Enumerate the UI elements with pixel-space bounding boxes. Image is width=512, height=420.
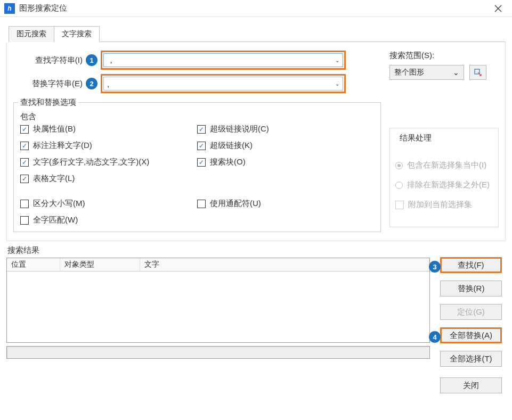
- check-icon: [197, 125, 206, 134]
- col-position[interactable]: 位置: [7, 258, 60, 271]
- replace-string-value: ,: [107, 79, 109, 88]
- checkbox-whole-word[interactable]: 全字匹配(W): [20, 215, 197, 225]
- check-icon: [20, 142, 29, 150]
- close-window-button[interactable]: [489, 1, 508, 16]
- checkbox-hyperlink[interactable]: 超级链接(K): [197, 141, 374, 151]
- checkbox-append-current-set: 附加到当前选择集: [395, 200, 493, 210]
- search-scope-value: 整个图形: [394, 68, 424, 77]
- search-scope-select[interactable]: 整个图形 ⌄: [389, 65, 464, 80]
- result-processing-group: 结果处理 包含在新选择集当中(I) 排除在新选择集之外(E) 附加到当前选择集: [389, 128, 499, 227]
- tab-bar: 图元搜索 文字搜索: [9, 26, 506, 42]
- results-table[interactable]: 位置 对象类型 文字: [6, 258, 430, 343]
- search-scope-label: 搜索范围(S):: [389, 51, 499, 61]
- annotation-badge-1: 1: [86, 54, 97, 66]
- locate-button: 定位(G): [440, 304, 502, 320]
- check-icon: [395, 201, 404, 209]
- radio-icon: [395, 182, 403, 189]
- check-icon: [20, 175, 29, 183]
- col-object-type[interactable]: 对象类型: [60, 258, 140, 271]
- checkbox-block-attr[interactable]: 块属性值(B): [20, 124, 197, 134]
- select-all-button[interactable]: 全部选择(T): [440, 351, 502, 367]
- tab-text-search[interactable]: 文字搜索: [54, 26, 100, 42]
- replace-string-highlight: , ⌄: [101, 74, 346, 93]
- find-string-combo[interactable]: ， ⌄: [103, 53, 343, 67]
- replace-all-button[interactable]: 4 全部替换(A): [440, 327, 502, 343]
- col-text[interactable]: 文字: [140, 258, 429, 271]
- replace-string-label: 替换字符串(E): [13, 79, 83, 89]
- radio-include-new-set: 包含在新选择集当中(I): [395, 160, 493, 170]
- close-button[interactable]: 关闭: [440, 377, 502, 393]
- checkbox-search-block[interactable]: 搜索块(O): [197, 157, 374, 167]
- chevron-down-icon: ⌄: [335, 81, 339, 87]
- results-label: 搜索结果: [7, 245, 430, 256]
- find-string-value: ，: [107, 55, 115, 65]
- checkbox-dim-text[interactable]: 标注注释文字(D): [20, 141, 197, 151]
- contain-group: 包含 块属性值(B) 标注注释文字(D): [20, 112, 374, 184]
- annotation-badge-4: 4: [429, 331, 441, 343]
- radio-exclude-new-set: 排除在新选择集之外(E): [395, 180, 493, 190]
- contain-group-title: 包含: [18, 112, 38, 122]
- radio-icon: [395, 162, 403, 169]
- checkbox-text-types[interactable]: 文字(多行文字,动态文字,文字)(X): [20, 157, 197, 167]
- check-icon: [197, 142, 206, 150]
- pick-icon: [474, 68, 482, 77]
- annotation-badge-3: 3: [429, 261, 441, 273]
- app-icon: h: [4, 3, 15, 14]
- checkbox-table-text[interactable]: 表格文字(L): [20, 174, 197, 184]
- check-icon: [20, 125, 29, 134]
- chevron-down-icon: ⌄: [453, 68, 459, 77]
- close-icon: [494, 5, 502, 12]
- checkbox-hyperlink-desc[interactable]: 超级链接说明(C): [197, 124, 374, 134]
- result-proc-title: 结果处理: [397, 133, 434, 143]
- checkbox-case-sensitive[interactable]: 区分大小写(M): [20, 199, 197, 209]
- check-icon: [20, 158, 29, 167]
- tab-primitive-search[interactable]: 图元搜索: [9, 26, 54, 42]
- check-icon: [20, 200, 29, 208]
- results-table-header: 位置 对象类型 文字: [7, 258, 429, 271]
- replace-button[interactable]: 替换(R): [440, 281, 502, 297]
- window-title: 图形搜索定位: [19, 3, 489, 13]
- find-string-highlight: ， ⌄: [101, 51, 346, 70]
- check-icon: [197, 158, 206, 167]
- checkbox-wildcard[interactable]: 使用通配符(U): [197, 199, 374, 209]
- find-replace-options-group: 查找和替换选项 包含 块属性值(B) 标注注释文字(D): [13, 97, 381, 232]
- check-icon: [20, 216, 29, 225]
- find-string-label: 查找字符串(I): [13, 55, 83, 65]
- check-icon: [197, 200, 206, 208]
- options-group-title: 查找和替换选项: [18, 97, 78, 108]
- pick-objects-button[interactable]: [469, 65, 486, 80]
- chevron-down-icon: ⌄: [335, 57, 339, 63]
- find-button[interactable]: 3 查找(F): [440, 257, 502, 273]
- replace-string-combo[interactable]: , ⌄: [103, 77, 343, 90]
- status-bar: [6, 346, 430, 359]
- annotation-badge-2: 2: [86, 78, 97, 89]
